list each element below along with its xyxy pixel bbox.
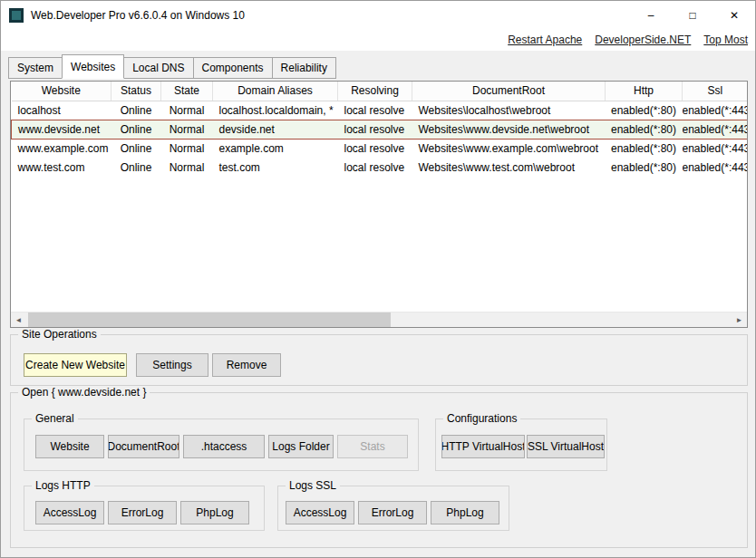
table-header-row: Website Status State Domain Aliases Reso…	[12, 82, 748, 101]
link-developerside[interactable]: DeveloperSide.NET	[595, 34, 691, 46]
table-row-selected[interactable]: www.devside.net Online Normal devside.ne…	[12, 120, 748, 139]
tab-bar: System Websites Local DNS Components Rel…	[8, 54, 335, 79]
table-cell: Normal	[161, 101, 213, 120]
ssl-errorlog-button[interactable]: ErrorLog	[358, 501, 427, 524]
column-header-state[interactable]: State	[161, 82, 213, 101]
column-header-domain-aliases[interactable]: Domain Aliases	[213, 82, 338, 101]
scroll-right-button[interactable]: ►	[732, 313, 747, 327]
table-cell: enabled(*:80)	[606, 139, 683, 158]
table-cell: devside.net	[213, 120, 338, 139]
table-cell: enabled(*:443)	[683, 158, 748, 177]
horizontal-scrollbar[interactable]: ◄ ►	[11, 312, 747, 327]
table-cell: Online	[111, 120, 161, 139]
table-cell: local resolve	[338, 120, 412, 139]
maximize-button[interactable]: □	[672, 1, 713, 29]
logs-folder-button[interactable]: Logs Folder	[268, 435, 334, 458]
tab-system[interactable]: System	[8, 57, 63, 79]
logs-http-group: Logs HTTP AccessLog ErrorLog PhpLog	[24, 486, 265, 531]
site-operations-title: Site Operations	[18, 328, 101, 341]
column-header-website[interactable]: Website	[12, 82, 111, 101]
window-controls: – □ ✕	[630, 1, 755, 29]
websites-table: Website Status State Domain Aliases Reso…	[10, 81, 748, 328]
title-bar: Web.Developer Pro v6.6.0.4 on Windows 10…	[1, 1, 755, 29]
table-cell: Online	[111, 101, 161, 120]
documentroot-button[interactable]: DocumentRoot	[108, 435, 179, 458]
settings-button[interactable]: Settings	[136, 353, 208, 377]
table-cell: Online	[111, 158, 161, 177]
table-cell: local resolve	[338, 139, 412, 158]
table-cell: enabled(*:80)	[606, 158, 683, 177]
http-accesslog-button[interactable]: AccessLog	[35, 501, 104, 524]
minimize-button[interactable]: –	[630, 1, 672, 29]
column-header-ssl[interactable]: Ssl	[683, 82, 748, 101]
table-cell: enabled(*:443)	[683, 120, 748, 139]
column-header-documentroot[interactable]: DocumentRoot	[412, 82, 606, 101]
table-cell: Normal	[161, 158, 213, 177]
remove-button[interactable]: Remove	[212, 353, 281, 377]
table-cell: localhost	[12, 101, 111, 120]
table-cell: enabled(*:443)	[683, 139, 748, 158]
table-cell: www.devside.net	[12, 120, 111, 139]
table-cell: localhost.localdomain, *	[213, 101, 338, 120]
table-cell: Normal	[161, 120, 213, 139]
table-cell: Online	[111, 139, 161, 158]
table-cell: Websites\www.test.com\webroot	[412, 158, 606, 177]
table-cell: local resolve	[338, 158, 412, 177]
link-restart-apache[interactable]: Restart Apache	[508, 34, 582, 46]
table-cell: local resolve	[338, 101, 412, 120]
configurations-group-title: Configurations	[443, 412, 520, 425]
table-row[interactable]: localhost Online Normal localhost.locald…	[12, 101, 748, 120]
app-icon	[9, 8, 24, 23]
table-cell: Websites\localhost\webroot	[412, 101, 606, 120]
table-cell: example.com	[213, 139, 338, 158]
htaccess-button[interactable]: .htaccess	[183, 435, 265, 458]
tab-local-dns[interactable]: Local DNS	[123, 57, 193, 79]
window-title: Web.Developer Pro v6.6.0.4 on Windows 10	[31, 9, 245, 22]
logs-ssl-group: Logs SSL AccessLog ErrorLog PhpLog	[277, 486, 509, 531]
http-phplog-button[interactable]: PhpLog	[180, 501, 249, 524]
general-group: General Website DocumentRoot .htaccess L…	[24, 418, 419, 471]
table-cell: enabled(*:80)	[606, 120, 683, 139]
column-header-resolving[interactable]: Resolving	[338, 82, 412, 101]
link-top-most[interactable]: Top Most	[703, 34, 748, 46]
table-cell: enabled(*:443)	[683, 101, 748, 120]
links-bar: Restart Apache DeveloperSide.NET Top Mos…	[1, 29, 755, 51]
table-cell: enabled(*:80)	[606, 101, 683, 120]
logs-http-group-title: Logs HTTP	[32, 479, 94, 492]
http-errorlog-button[interactable]: ErrorLog	[108, 501, 177, 524]
website-button[interactable]: Website	[35, 435, 104, 458]
create-new-website-button[interactable]: Create New Website	[24, 353, 127, 377]
tab-reliability[interactable]: Reliability	[272, 57, 336, 79]
table-cell: www.test.com	[12, 158, 111, 177]
ssl-virtualhost-button[interactable]: SSL VirtualHost	[527, 435, 605, 458]
tab-websites[interactable]: Websites	[62, 54, 124, 79]
stats-button: Stats	[337, 435, 408, 458]
open-group: Open { www.devside.net } General Website…	[10, 392, 748, 548]
app-window: Web.Developer Pro v6.6.0.4 on Windows 10…	[0, 0, 756, 558]
close-button[interactable]: ✕	[713, 1, 755, 29]
general-group-title: General	[32, 412, 78, 425]
configurations-group: Configurations HTTP VirtualHost SSL Virt…	[435, 418, 607, 471]
table-row[interactable]: www.test.com Online Normal test.com loca…	[12, 158, 748, 177]
ssl-phplog-button[interactable]: PhpLog	[431, 501, 499, 524]
table-cell: Normal	[161, 139, 213, 158]
column-header-status[interactable]: Status	[111, 82, 161, 101]
logs-ssl-group-title: Logs SSL	[286, 479, 340, 492]
scroll-left-button[interactable]: ◄	[11, 313, 26, 327]
http-virtualhost-button[interactable]: HTTP VirtualHost	[441, 435, 525, 458]
table-cell: Websites\www.example.com\webroot	[412, 139, 606, 158]
table-cell: Websites\www.devside.net\webroot	[412, 120, 606, 139]
column-header-http[interactable]: Http	[606, 82, 683, 101]
scroll-track[interactable]	[26, 313, 732, 327]
table-row[interactable]: www.example.com Online Normal example.co…	[12, 139, 748, 158]
site-operations-group: Site Operations Create New Website Setti…	[10, 334, 748, 386]
ssl-accesslog-button[interactable]: AccessLog	[286, 501, 354, 524]
table-cell: www.example.com	[12, 139, 111, 158]
open-group-title: Open { www.devside.net }	[18, 386, 150, 399]
table-cell: test.com	[213, 158, 338, 177]
scroll-thumb[interactable]	[28, 313, 391, 327]
tab-components[interactable]: Components	[193, 57, 273, 79]
